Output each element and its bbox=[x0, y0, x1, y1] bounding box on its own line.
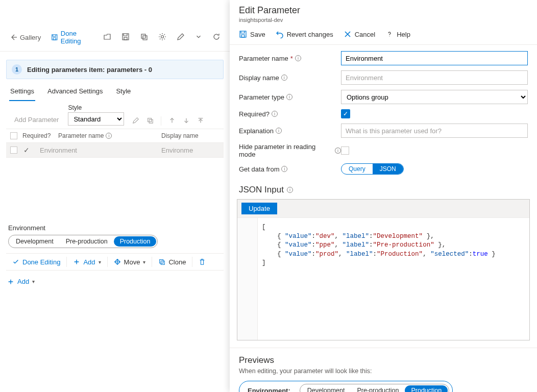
info-icon[interactable]: i bbox=[281, 75, 287, 81]
move-item-button[interactable]: Move ▾ bbox=[111, 257, 149, 267]
info-icon[interactable]: i bbox=[272, 111, 278, 117]
json-editor[interactable]: [ { "value":"dev", "label":"Development"… bbox=[237, 217, 529, 340]
explanation-input[interactable] bbox=[341, 124, 528, 138]
previews-section: Previews When editing, your parameter wi… bbox=[230, 348, 537, 392]
env-label: Environment bbox=[8, 224, 222, 232]
json-input-card: Update [ { "value":"dev", "label":"Devel… bbox=[237, 199, 530, 340]
done-editing-top-button[interactable]: Done Editing bbox=[48, 28, 96, 47]
plus-icon bbox=[73, 258, 80, 265]
info-icon[interactable]: i bbox=[286, 94, 292, 100]
revert-button[interactable]: Revert changes bbox=[276, 30, 333, 38]
required-checkbox[interactable]: ✓ bbox=[341, 109, 350, 118]
row-display-name: Environme bbox=[161, 146, 193, 154]
info-icon[interactable]: i bbox=[281, 166, 287, 172]
arrow-left-icon bbox=[9, 33, 17, 41]
svg-point-13 bbox=[389, 36, 390, 36]
tab-advanced-settings[interactable]: Advanced Settings bbox=[46, 84, 104, 101]
copy-icon[interactable] bbox=[147, 117, 154, 126]
plus-icon bbox=[7, 278, 14, 285]
option-production[interactable]: Production bbox=[114, 236, 157, 247]
cancel-button[interactable]: Cancel bbox=[344, 30, 375, 38]
add-item-button[interactable]: Add ▾ bbox=[70, 257, 104, 267]
delete-item-button[interactable] bbox=[196, 257, 209, 266]
previews-note: When editing, your parameter will look l… bbox=[239, 368, 528, 375]
get-data-segmented: Query JSON bbox=[341, 163, 404, 175]
copy-stack-icon[interactable] bbox=[137, 31, 151, 44]
panel-title: Edit Parameter bbox=[239, 5, 528, 16]
settings-gear-icon[interactable] bbox=[155, 31, 169, 44]
info-icon[interactable]: i bbox=[106, 133, 112, 139]
move-top-icon[interactable] bbox=[197, 117, 204, 126]
seg-query[interactable]: Query bbox=[341, 164, 373, 174]
done-editing-label: Done Editing bbox=[61, 30, 93, 45]
item-toolbar: Done Editing Add ▾ Move ▾ Clone bbox=[6, 253, 224, 271]
seg-json[interactable]: JSON bbox=[373, 164, 403, 174]
edit-parameter-panel: Edit Parameter insightsportal-dev Save R… bbox=[230, 0, 537, 392]
option-development[interactable]: Development bbox=[10, 236, 60, 247]
svg-point-6 bbox=[161, 35, 164, 38]
edit-pencil-icon[interactable] bbox=[174, 31, 188, 44]
svg-rect-9 bbox=[160, 260, 163, 263]
param-name-input[interactable] bbox=[341, 51, 528, 65]
open-icon[interactable] bbox=[100, 31, 114, 44]
label-required: Required? bbox=[239, 110, 270, 118]
chevron-down-icon[interactable] bbox=[192, 31, 205, 44]
style-label: Style bbox=[68, 104, 124, 111]
edit-icon[interactable] bbox=[132, 117, 139, 126]
update-button[interactable]: Update bbox=[241, 203, 277, 214]
item-number-badge: 1 bbox=[12, 64, 22, 75]
info-icon[interactable]: i bbox=[287, 187, 293, 193]
label-hide: Hide parameter in reading mode bbox=[239, 143, 333, 158]
col-display-name: Display name bbox=[161, 132, 199, 139]
preview-option-development[interactable]: Development bbox=[301, 385, 351, 392]
undo-icon bbox=[276, 30, 284, 38]
clone-item-button[interactable]: Clone bbox=[155, 257, 189, 267]
previews-title: Previews bbox=[239, 355, 528, 365]
chevron-down-icon: ▾ bbox=[99, 259, 101, 265]
svg-rect-8 bbox=[150, 119, 153, 123]
style-select[interactable]: Standard bbox=[68, 112, 124, 126]
environment-display: Environment Development Pre-production P… bbox=[8, 224, 222, 248]
move-down-icon[interactable] bbox=[183, 117, 190, 126]
info-icon[interactable]: i bbox=[335, 148, 341, 154]
row-checkbox[interactable] bbox=[10, 146, 17, 154]
hide-checkbox[interactable] bbox=[341, 146, 349, 155]
tab-style[interactable]: Style bbox=[115, 84, 132, 101]
save-disk-icon[interactable] bbox=[118, 31, 133, 44]
help-button[interactable]: Help bbox=[385, 30, 410, 38]
refresh-icon[interactable] bbox=[209, 31, 224, 44]
label-param-name: Parameter name bbox=[239, 55, 288, 62]
param-type-select[interactable]: Options group bbox=[341, 90, 528, 104]
editor-tabs: Settings Advanced Settings Style bbox=[6, 79, 224, 101]
preview-box: Environment: Development Pre-production … bbox=[239, 381, 453, 392]
parameter-form: Parameter name * i Display name i Parame… bbox=[230, 45, 537, 183]
col-required: Required? bbox=[22, 132, 51, 139]
parameters-editor-card: 1 Editing parameters item: parameters - … bbox=[6, 60, 224, 271]
card-header: 1 Editing parameters item: parameters - … bbox=[6, 60, 224, 79]
option-pre-production[interactable]: Pre-production bbox=[60, 236, 114, 247]
table-row[interactable]: ✓ Environment Environme bbox=[6, 143, 224, 158]
info-icon[interactable]: i bbox=[276, 128, 282, 134]
svg-rect-10 bbox=[161, 261, 165, 264]
gallery-button[interactable]: Gallery bbox=[6, 31, 44, 43]
save-button[interactable]: Save bbox=[239, 30, 265, 38]
info-icon[interactable]: i bbox=[295, 55, 301, 61]
select-all-checkbox[interactable] bbox=[10, 132, 17, 139]
global-add-button[interactable]: Add ▾ bbox=[0, 271, 230, 292]
close-icon bbox=[344, 30, 352, 38]
done-editing-item-button[interactable]: Done Editing bbox=[9, 257, 63, 267]
svg-rect-7 bbox=[148, 118, 152, 121]
svg-rect-3 bbox=[124, 37, 127, 40]
preview-option-production[interactable]: Production bbox=[405, 385, 448, 392]
separator bbox=[161, 116, 161, 126]
main-toolbar: Gallery Done Editing bbox=[0, 23, 230, 52]
display-name-input[interactable] bbox=[341, 70, 528, 85]
row-param-name: Environment bbox=[40, 146, 77, 154]
check-icon bbox=[12, 258, 19, 265]
add-parameter-button[interactable]: Add Parameter bbox=[9, 114, 64, 126]
preview-option-pre-production[interactable]: Pre-production bbox=[351, 385, 405, 392]
svg-rect-1 bbox=[53, 38, 56, 40]
tab-settings[interactable]: Settings bbox=[9, 84, 35, 101]
move-icon bbox=[114, 258, 121, 265]
move-up-icon[interactable] bbox=[168, 117, 176, 126]
